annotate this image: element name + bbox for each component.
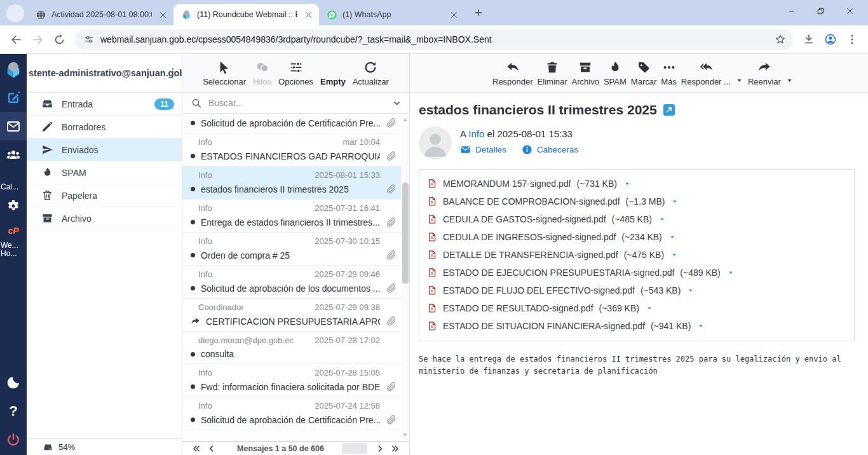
message-row[interactable]: Info 2025-07-28 15:05 Fwd: informacion f… — [182, 364, 409, 397]
attachment-menu-caret-icon[interactable] — [727, 269, 735, 276]
attachment-name[interactable]: DETALLE DE TRANSFERENCIA-signed.pdf — [443, 250, 618, 260]
message-row[interactable]: Info 2025-07-31 16:41 Entrega de estados… — [182, 200, 409, 233]
recipient-link[interactable]: Info — [468, 128, 484, 139]
message-row[interactable]: Coordinador 2025-07-29 09:38 CERTIFICACI… — [182, 299, 409, 332]
prev-page-button[interactable] — [204, 444, 219, 453]
attachment-name[interactable]: BALANCE DE COMPROBACION-signed.pdf — [443, 196, 620, 207]
back-button[interactable] — [5, 29, 27, 50]
browser-menu-button[interactable] — [841, 29, 863, 50]
attachment-name[interactable]: ESTADO DE EJECUCION PRESUPUESTARIA-signe… — [443, 268, 674, 278]
attachment-row[interactable]: MEMORANDUM 157-signed.pdf (~731 KB) — [427, 175, 846, 193]
webmail-home-label-1[interactable]: We... — [0, 241, 27, 250]
minimize-button[interactable] — [776, 0, 806, 22]
attachment-row[interactable]: ESTADO DE SITUACION FINANCIERA-signed.pd… — [427, 317, 846, 335]
empty-button[interactable]: Empty — [320, 60, 346, 86]
help-button[interactable]: ? — [0, 397, 27, 425]
scroll-down-icon[interactable] — [402, 432, 408, 438]
attachment-name[interactable]: ESTADO DE RESULTADO-signed.pdf — [443, 303, 593, 313]
profile-button[interactable] — [820, 29, 841, 50]
dropdown-caret-icon[interactable] — [735, 76, 743, 85]
tab-close-icon[interactable] — [157, 9, 168, 20]
folder-item-enviados[interactable]: Enviados — [27, 139, 182, 161]
calendar-nav-label[interactable]: Cal... — [0, 183, 27, 191]
tab-close-icon[interactable] — [448, 9, 459, 20]
attachment-menu-caret-icon[interactable] — [697, 322, 705, 330]
browser-tab[interactable]: (11) Roundcube Webmail :: Envi — [173, 4, 319, 25]
attachment-menu-caret-icon[interactable] — [623, 180, 631, 187]
hilos-button[interactable]: Hilos — [253, 60, 271, 86]
compose-button[interactable] — [0, 83, 27, 112]
search-input[interactable] — [208, 98, 386, 108]
reenviar-button[interactable]: Reenviar — [748, 60, 781, 86]
cpanel-button[interactable]: cP — [0, 220, 27, 241]
details-link[interactable]: Detalles — [460, 144, 506, 155]
folder-item-borradores[interactable]: Borradores — [27, 116, 182, 139]
message-row[interactable]: Info 2025-07-24 12:58 Solicitud de aprob… — [182, 397, 409, 430]
contacts-nav-button[interactable] — [0, 140, 27, 169]
logout-button[interactable] — [0, 425, 27, 454]
attachment-row[interactable]: ESTADO DE RESULTADO-signed.pdf (~369 KB) — [427, 299, 846, 317]
opciones-button[interactable]: Opciones — [278, 60, 313, 86]
attachment-row[interactable]: BALANCE DE COMPROBACION-signed.pdf (~1.3… — [427, 193, 846, 210]
headers-link[interactable]: Cabeceras — [522, 144, 578, 155]
list-scrollbar[interactable] — [401, 114, 409, 441]
attachment-name[interactable]: ESTADO DE FLUJO DEL EFECTIVO-signed.pdf — [443, 285, 635, 295]
attachment-menu-caret-icon[interactable] — [687, 287, 695, 294]
browser-tab[interactable]: (1) WhatsApp — [319, 4, 465, 25]
responder-button[interactable]: Responder — [492, 60, 533, 86]
first-page-button[interactable] — [189, 444, 204, 453]
spam-button[interactable]: SPAM — [604, 60, 627, 86]
message-row[interactable]: diego.moran@dpe.gob.ec 2025-07-28 17:02 … — [182, 332, 409, 364]
attachment-row[interactable]: CEDULA DE INGRESOS-signed-signed.pdf (~2… — [427, 228, 846, 246]
attachment-name[interactable]: ESTADO DE SITUACION FINANCIERA-signed.pd… — [443, 321, 645, 331]
message-row[interactable]: Info 2025-07-29 09:46 Solicitud de aprob… — [182, 266, 409, 299]
folder-options-button[interactable] — [168, 67, 178, 77]
attachment-name[interactable]: MEMORANDUM 157-signed.pdf — [443, 179, 571, 189]
search-options-chevron-icon[interactable] — [392, 98, 402, 108]
attachment-menu-caret-icon[interactable] — [668, 233, 676, 241]
folder-item-spam[interactable]: SPAM — [27, 161, 182, 184]
downloads-button[interactable] — [798, 29, 820, 50]
attachment-name[interactable]: CEDULA DE GASTOS-signed-signed.pdf — [443, 214, 606, 224]
actualizar-button[interactable]: Actualizar — [353, 60, 389, 86]
page-input[interactable] — [342, 443, 367, 454]
browser-tab[interactable]: Actividad 2025-08-01 08:00:00 — [28, 4, 173, 25]
site-info-icon[interactable] — [84, 34, 94, 44]
responder-button[interactable]: Responder ... — [681, 60, 731, 86]
next-page-button[interactable] — [372, 444, 388, 453]
attachment-row[interactable]: CEDULA DE GASTOS-signed-signed.pdf (~485… — [427, 210, 846, 228]
attachment-menu-caret-icon[interactable] — [671, 198, 679, 205]
folder-item-papelera[interactable]: Papelera — [27, 184, 182, 207]
archivo-button[interactable]: Archivo — [572, 60, 599, 86]
tab-close-icon[interactable] — [302, 9, 314, 20]
message-row[interactable]: Info mar 10:04 ESTADOS FINANCIEROS GAD P… — [182, 133, 409, 166]
attachment-name[interactable]: CEDULA DE INGRESOS-signed-signed.pdf — [443, 232, 616, 242]
seleccionar-button[interactable]: Seleccionar — [203, 60, 246, 86]
attachment-row[interactable]: DETALLE DE TRANSFERENCIA-signed.pdf (~47… — [427, 246, 846, 264]
webmail-home-label-2[interactable]: Ho... — [0, 250, 27, 258]
mail-nav-button[interactable] — [0, 112, 27, 140]
scrollbar-thumb[interactable] — [402, 182, 409, 284]
attachment-row[interactable]: ESTADO DE FLUJO DEL EFECTIVO-signed.pdf … — [427, 282, 846, 299]
message-row[interactable]: Info 2025-08-01 15:33 estados financiero… — [182, 166, 409, 200]
dropdown-caret-icon[interactable] — [785, 76, 794, 85]
marcar-button[interactable]: Marcar — [631, 60, 656, 86]
attachment-menu-caret-icon[interactable] — [658, 215, 666, 223]
tab-search-button[interactable] — [6, 4, 24, 22]
bookmark-star-icon[interactable] — [771, 31, 789, 48]
close-button[interactable] — [835, 0, 864, 22]
restore-button[interactable] — [806, 0, 835, 22]
attachment-menu-caret-icon[interactable] — [670, 251, 678, 259]
last-page-button[interactable] — [388, 444, 403, 453]
message-row[interactable]: Solicitud de aprobación de Certificación… — [182, 114, 409, 133]
dark-mode-button[interactable] — [0, 368, 27, 397]
open-in-new-window-icon[interactable] — [663, 104, 675, 116]
new-tab-button[interactable] — [470, 4, 487, 22]
attachment-menu-caret-icon[interactable] — [646, 304, 653, 312]
eliminar-button[interactable]: Eliminar — [538, 60, 567, 86]
reload-button[interactable] — [48, 29, 70, 50]
folder-item-archivo[interactable]: Archivo — [27, 207, 182, 230]
address-bar[interactable]: webmail.sanjuan.gob.ec/cpsess0054849836/… — [75, 29, 793, 50]
scroll-up-icon[interactable] — [402, 117, 408, 123]
forward-button[interactable] — [27, 29, 48, 50]
